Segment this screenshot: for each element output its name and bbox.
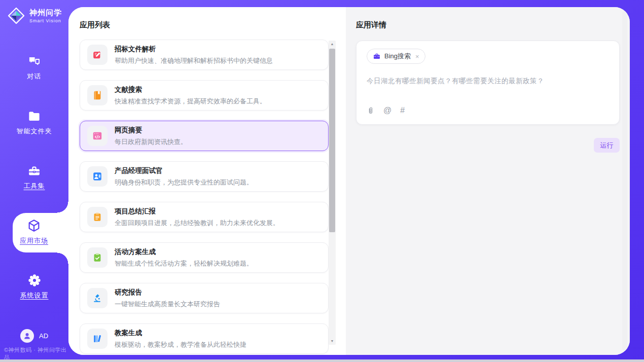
sidebar-item-app-market[interactable]: 应用市场 xyxy=(13,219,55,245)
scrollbar-thumb[interactable] xyxy=(329,49,335,232)
avatar xyxy=(20,329,34,343)
sidebar-item-chat[interactable]: 对话 xyxy=(0,55,68,81)
books-icon xyxy=(87,329,108,349)
interviewer-icon xyxy=(87,166,108,187)
app-card-title: 文献搜索 xyxy=(115,85,266,94)
app-card[interactable]: 产品经理面试官明确身份和职责，为您提供专业性的面试问题。 xyxy=(80,161,329,192)
clipboard-check-icon xyxy=(87,247,108,268)
bottom-edge xyxy=(0,359,644,362)
app-card[interactable]: 网页摘要每日政府新闻资讯快查。 xyxy=(80,121,329,151)
app-list-panel: 应用列表 招标文件解析帮助用户快速、准确地理解和解析招标书中的关键信息文献搜索快… xyxy=(68,7,346,355)
app-card-description: 模板驱动，教案秒成，教学准备从此轻松快捷 xyxy=(115,340,246,349)
sidebar-item-label: 工具集 xyxy=(24,182,45,191)
sidebar-item-smart-folder[interactable]: 智能文件夹 xyxy=(0,110,68,136)
webpage-icon xyxy=(87,126,108,146)
app-detail-title: 应用详情 xyxy=(356,20,386,30)
edit-square-icon xyxy=(87,45,108,65)
sidebar-item-settings[interactable]: 系统设置 xyxy=(0,273,68,300)
app-card-description: 明确身份和职责，为您提供专业性的面试问题。 xyxy=(115,178,253,187)
scroll-down-icon[interactable]: ▼ xyxy=(329,338,336,345)
app-window: 神州问学 Smart Vision 对话 智能文件夹 xyxy=(0,0,644,362)
user-initials: AD xyxy=(39,332,48,340)
sidebar-item-label: 对话 xyxy=(27,72,42,81)
paperclip-icon[interactable] xyxy=(367,106,375,115)
sidebar: 神州问学 Smart Vision 对话 智能文件夹 xyxy=(0,0,68,359)
toolbox-icon xyxy=(27,164,41,178)
chat-icon xyxy=(27,55,41,68)
app-card-description: 智能生成个性化活动方案，轻松解决规划难题。 xyxy=(115,259,253,268)
app-list-title: 应用列表 xyxy=(80,20,110,30)
folder-icon xyxy=(27,110,41,123)
app-card-description: 全面回顾项目进展，总结经验教训，助力未来优化发展。 xyxy=(115,219,279,228)
sidebar-item-toolset[interactable]: 工具集 xyxy=(0,164,68,191)
app-card-title: 教案生成 xyxy=(115,329,246,338)
remove-tool-icon[interactable]: × xyxy=(415,53,419,60)
brand-subtitle: Smart Vision xyxy=(29,18,62,23)
app-card-title: 活动方案生成 xyxy=(115,247,253,257)
app-card[interactable]: 研究报告一键智能生成高质量长文本研究报告 xyxy=(80,283,329,313)
app-detail-panel: 应用详情 Bing搜索 × 今日湖北有哪些新闻要点？有哪些需要关注的最新政策？ xyxy=(346,7,630,355)
app-card[interactable]: 教案生成模板驱动，教案秒成，教学准备从此轻松快捷 xyxy=(80,323,329,354)
app-list-scrollbar[interactable]: ▲ ▼ xyxy=(329,41,336,345)
attachment-toolbar: @ # xyxy=(367,106,405,115)
app-card-title: 项目总结汇报 xyxy=(115,207,279,216)
scroll-up-icon[interactable]: ▲ xyxy=(329,41,336,48)
app-card[interactable]: 活动方案生成智能生成个性化活动方案，轻松解决规划难题。 xyxy=(80,242,329,273)
app-card[interactable]: 招标文件解析帮助用户快速、准确地理解和解析招标书中的关键信息 xyxy=(80,40,329,70)
brand-logo: 神州问学 Smart Vision xyxy=(7,7,62,25)
app-card-description: 每日政府新闻资讯快查。 xyxy=(115,137,187,147)
app-card-list: 招标文件解析帮助用户快速、准确地理解和解析招标书中的关键信息文献搜索快速精准查找… xyxy=(80,40,329,355)
sidebar-item-label: 智能文件夹 xyxy=(17,127,52,136)
app-card-description: 一键智能生成高质量长文本研究报告 xyxy=(115,300,220,309)
app-card[interactable]: 项目总结汇报全面回顾项目进展，总结经验教训，助力未来优化发展。 xyxy=(80,202,329,232)
gear-icon xyxy=(27,273,42,287)
app-card-description: 快速精准查找学术资源，提高研究效率的必备工具。 xyxy=(115,97,266,106)
tool-tag-bing-search[interactable]: Bing搜索 × xyxy=(367,49,425,64)
book-icon xyxy=(87,85,108,105)
app-card[interactable]: 文献搜索快速精准查找学术资源，提高研究效率的必备工具。 xyxy=(80,80,329,111)
brand-name: 神州问学 xyxy=(29,8,62,18)
cube-icon xyxy=(27,219,41,233)
app-card-description: 帮助用户快速、准确地理解和解析招标书中的关键信息 xyxy=(115,56,273,65)
mention-icon[interactable]: @ xyxy=(383,106,391,115)
app-card-title: 招标文件解析 xyxy=(115,45,273,54)
detail-scrollbar[interactable] xyxy=(622,11,627,351)
app-card-title: 产品经理面试官 xyxy=(115,166,253,175)
tool-tag-label: Bing搜索 xyxy=(384,52,411,61)
clipboard-icon xyxy=(87,207,108,227)
query-card: Bing搜索 × 今日湖北有哪些新闻要点？有哪些需要关注的最新政策？ @ # xyxy=(356,41,620,125)
app-card-title: 网页摘要 xyxy=(115,126,187,135)
briefcase-icon xyxy=(373,52,381,60)
run-button[interactable]: 运行 xyxy=(594,138,620,153)
main-panel: 应用列表 招标文件解析帮助用户快速、准确地理解和解析招标书中的关键信息文献搜索快… xyxy=(68,7,630,355)
hash-icon[interactable]: # xyxy=(400,106,405,115)
sidebar-item-label: 系统设置 xyxy=(20,291,49,300)
app-card-title: 研究报告 xyxy=(115,288,220,297)
user-account[interactable]: AD xyxy=(0,329,68,343)
microscope-icon xyxy=(87,288,108,308)
query-input[interactable]: 今日湖北有哪些新闻要点？有哪些需要关注的最新政策？ xyxy=(367,77,609,86)
sidebar-item-label: 应用市场 xyxy=(20,236,48,245)
brand-diamond-icon xyxy=(7,7,25,25)
